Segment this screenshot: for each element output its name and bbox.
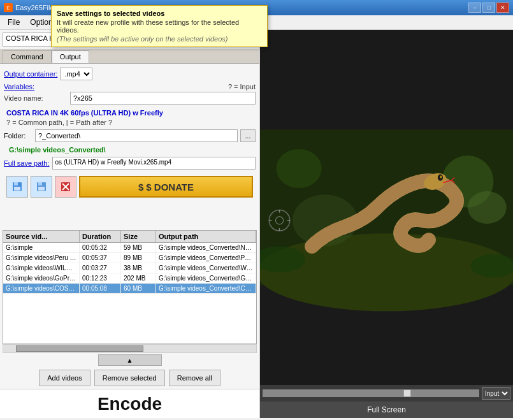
tab-output[interactable]: Output [52,50,89,63]
video-area [260,30,513,385]
td-duration-4: 00:05:08 [80,284,121,293]
full-save-path-label[interactable]: Full save path: [4,159,50,167]
th-source: Source vid... [3,231,80,242]
folder-label: Folder: [4,132,33,140]
svg-rect-5 [38,187,45,191]
td-source-1: G:\simple videos\Peru 8K... [3,253,80,263]
variables-label[interactable]: Variables: [4,83,34,91]
minimize-button[interactable]: – [468,3,481,13]
td-output-4: G:\simple videos_Converted\COSTA RICA IN… [156,284,256,293]
tooltip-text: It will create new profile with these se… [57,18,262,34]
table-row[interactable]: G:\simple videos\WILDLIFE... 00:03:27 38… [3,263,256,273]
td-duration-1: 00:05:37 [80,253,121,263]
variables-hint: ? = Input [228,83,256,91]
tab-bar: Command Output [0,49,259,63]
folder-input[interactable] [35,129,238,142]
donate-icon: $ [138,182,143,192]
video-preview [260,30,513,385]
video-name-row: Video name: [4,92,256,105]
full-save-path-value: os (ULTRA HD) w Freefly Movi.x265.mp4 [52,157,256,170]
svg-rect-2 [14,187,20,191]
td-size-3: 202 MB [121,273,156,283]
td-size-2: 38 MB [121,263,156,273]
svg-rect-4 [38,182,42,185]
tab-output-content: Output container: .mp4 .mkv Variables: ?… [0,63,259,230]
delete-button[interactable] [55,176,76,198]
close-button[interactable]: ✕ [496,3,509,13]
svg-point-13 [276,149,321,188]
folder-row: Folder: ... [4,129,256,142]
action-buttons: $ $ DONATE [4,173,256,200]
td-duration-2: 00:03:27 [80,263,121,273]
slider-thumb[interactable] [403,389,411,397]
horizontal-scrollbar[interactable] [3,344,257,353]
video-name-label: Video name: [4,94,68,102]
td-size-0: 59 MB [121,243,156,252]
table-row-selected[interactable]: G:\simple videos\COSTA RICA... 00:05:08 … [3,284,256,294]
video-progress-slider[interactable] [263,389,479,397]
video-name-input[interactable] [70,92,256,105]
video-controls: Input [260,385,513,402]
full-save-path-row: Full save path: os (ULTRA HD) w Freefly … [4,157,256,170]
td-source-2: G:\simple videos\WILDLIFE... [3,263,80,273]
file-list-area: Save settings to selected videos It will… [0,230,259,389]
tab-command[interactable]: Command [3,50,52,63]
input-select[interactable]: Input [482,387,510,400]
tooltip-popup: Save settings to selected videos It will… [51,5,268,47]
window-controls: – □ ✕ [468,3,509,13]
td-size-1: 89 MB [121,253,156,263]
maximize-button[interactable]: □ [482,3,495,13]
main-content: COSTA RICA IN 4K 60fps (ULTRA HD) w Free… [0,30,513,418]
variables-row: Variables: ? = Input [4,83,256,91]
up-arrow-button[interactable]: ▲ [98,354,162,366]
scrollbar-thumb[interactable] [16,345,143,352]
left-panel: COSTA RICA IN 4K 60fps (ULTRA HD) w Free… [0,30,260,418]
table-body: G:\simple 00:05:32 59 MB G:\simple video… [3,243,256,342]
td-output-3: G:\simple videos_Converted\GoPro Tomorro… [156,273,256,283]
save-icon [36,181,47,192]
browse-button[interactable]: ... [240,129,256,142]
save-settings-button[interactable] [6,176,28,198]
tooltip-sub: (The settings will be active only on the… [57,35,262,43]
svg-point-17 [440,176,442,178]
svg-rect-1 [14,182,18,185]
donate-label: $ DONATE [146,182,194,192]
th-size: Size [121,231,156,242]
td-source-3: G:\simple videos\GoPro... [3,273,80,283]
fullscreen-button[interactable]: Full Screen [260,402,513,418]
td-output-0: G:\simple videos_Converted\NORWAY - A Ti… [156,243,256,252]
td-source-0: G:\simple [3,243,80,252]
right-panel: Input Full Screen [260,30,513,418]
td-size-4: 60 MB [121,284,156,293]
output-container-label[interactable]: Output container: [4,70,57,78]
green-path-row: G:\simple videos_Converted\ [4,145,256,157]
table-row[interactable]: G:\simple videos\Peru 8K... 00:05:37 89 … [3,253,256,263]
delete-icon [60,181,71,192]
file-table: Source vid... Duration Size Output path … [3,230,257,344]
td-output-2: G:\simple videos_Converted\WILDLIFE IN 4… [156,263,256,273]
td-source-4: G:\simple videos\COSTA RICA... [3,284,80,293]
tooltip-title: Save settings to selected videos [57,10,262,17]
svg-point-12 [468,191,507,224]
save-button[interactable] [31,176,52,198]
encode-button[interactable]: Encode [0,389,259,418]
bottom-buttons: Add videos Remove selected Remove all [0,367,259,389]
output-container-select[interactable]: .mp4 .mkv [60,68,92,80]
table-row[interactable]: G:\simple 00:05:32 59 MB G:\simple video… [3,243,256,253]
app-icon: E [4,3,13,12]
blue-filename-text: COSTA RICA IN 4K 60fps (ULTRA HD) w Free… [4,107,256,117]
remove-selected-button[interactable]: Remove selected [94,370,165,386]
remove-all-button[interactable]: Remove all [169,370,220,386]
add-videos-button[interactable]: Add videos [39,370,90,386]
td-duration-0: 00:05:32 [80,243,121,252]
td-duration-3: 00:12:23 [80,273,121,283]
output-container-row: Output container: .mp4 .mkv [4,68,256,80]
th-output: Output path [156,231,256,242]
donate-button[interactable]: $ $ DONATE [79,176,253,198]
path-hint-row: ? = Common path, | = Path after ? [4,117,256,129]
table-header: Source vid... Duration Size Output path [3,231,256,243]
table-row[interactable]: G:\simple videos\GoPro... 00:12:23 202 M… [3,273,256,284]
save-disk-icon [11,181,23,192]
menu-file[interactable]: File [3,17,25,28]
th-duration: Duration [80,231,121,242]
